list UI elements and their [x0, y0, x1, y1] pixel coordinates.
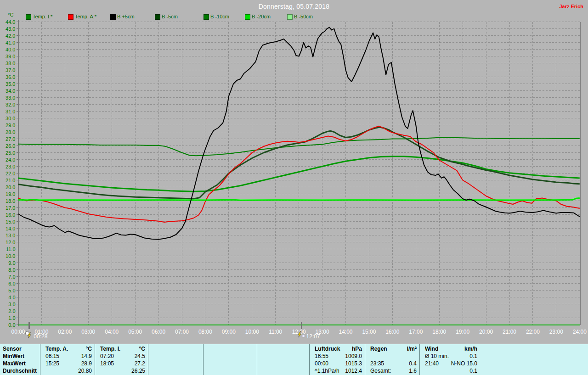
table-column-divider [203, 344, 204, 375]
y-tick-label: 38.0 [6, 61, 15, 66]
y-tick-label: 33.0 [6, 95, 15, 101]
y-tick-label: 21.0 [6, 178, 15, 183]
table-col-unit: °C [43, 346, 92, 353]
x-tick-label: 18:00 [432, 329, 446, 335]
y-tick-label: 40.0 [6, 47, 15, 52]
y-tick-label: 2.0 [8, 308, 15, 314]
x-tick-label: 17:00 [409, 329, 423, 335]
y-tick-label: 43.0 [6, 26, 15, 32]
x-tick-label: 21:00 [503, 329, 516, 335]
table-column-divider [365, 344, 365, 375]
table-cell-value: 14.9 [43, 353, 92, 360]
y-tick-label: 17.0 [6, 205, 15, 211]
x-tick-label: 07:00 [175, 329, 189, 335]
y-tick-label: 20.0 [6, 185, 15, 190]
event-time-label: 12:07 [306, 333, 320, 340]
table-cell-value: 1.6 [368, 368, 417, 375]
y-tick-label: 10.0 [6, 253, 15, 259]
y-tick-label: 5.0 [8, 288, 15, 293]
y-tick-label: 26.0 [6, 143, 15, 149]
y-tick-label: 11.0 [6, 246, 16, 252]
x-tick-label: 11:00 [269, 329, 282, 335]
table-column-divider [419, 344, 420, 375]
x-tick-label: 15:00 [362, 329, 376, 335]
y-tick-label: 23.0 [6, 164, 15, 169]
table-cell-value: 26.25 [97, 368, 145, 375]
y-tick-label: 42.0 [6, 33, 15, 39]
y-tick-label: 18.0 [6, 198, 15, 204]
series-line-temp-i [18, 138, 580, 156]
y-tick-label: 32.0 [6, 102, 15, 107]
y-tick-label: 28.0 [6, 129, 15, 135]
x-tick-label: 14:00 [339, 329, 353, 335]
x-tick-label: 09:00 [222, 329, 236, 335]
y-tick-label: 19.0 [6, 191, 15, 197]
x-tick-label: 23:00 [549, 329, 563, 335]
x-tick-label: 10:00 [245, 329, 259, 335]
y-tick-label: 41.0 [6, 40, 15, 45]
x-tick-label: 03:00 [81, 329, 95, 335]
moon-lightning-icon [25, 331, 31, 338]
y-tick-label: 6.0 [8, 281, 15, 286]
y-tick-label: 3.0 [8, 302, 15, 307]
y-tick-label: 37.0 [6, 67, 15, 73]
table-cell-value: 0.1 [422, 353, 477, 360]
y-tick-label: 9.0 [8, 260, 15, 266]
y-tick-label: 27.0 [6, 136, 15, 142]
x-tick-label: 16:00 [385, 329, 399, 335]
y-tick-label: 44.0 [6, 19, 15, 25]
y-tick-label: 15.0 [6, 219, 15, 224]
x-tick-label: 08:00 [198, 329, 212, 335]
y-tick-label: 35.0 [6, 81, 15, 87]
table-col-unit: l/m² [368, 346, 417, 353]
y-tick-label: 30.0 [6, 116, 15, 121]
x-tick-label: 06:00 [152, 329, 165, 335]
table-col-unit: °C [97, 346, 145, 353]
table-col-unit: hPa [312, 346, 362, 353]
y-tick-label: 7.0 [8, 274, 15, 280]
y-tick-label: 24.0 [6, 157, 15, 162]
table-column-divider [148, 344, 148, 375]
y-tick-label: 0.0 [8, 322, 15, 328]
y-tick-label: 22.0 [6, 171, 15, 176]
table-cell-value: 1009.0 [312, 353, 362, 360]
x-tick-label: 20:00 [479, 329, 493, 335]
x-tick-label: 24:00 [573, 329, 587, 335]
y-tick-label: 25.0 [6, 150, 15, 156]
y-tick-label: 8.0 [8, 267, 15, 273]
y-tick-label: 16.0 [6, 212, 15, 218]
temperature-chart: 0.01.02.03.04.05.06.07.08.09.010.011.012… [0, 0, 588, 343]
table-row-label: MinWert [3, 353, 39, 360]
x-tick-label: 04:00 [105, 329, 119, 335]
x-tick-label: 02:00 [58, 329, 72, 335]
table-cell-value: N-NO 15.0 [422, 360, 477, 367]
y-tick-label: 14.0 [6, 226, 15, 231]
x-tick-label: 00:00 [11, 329, 25, 335]
y-tick-label: 4.0 [8, 295, 15, 300]
x-tick-label: 05:00 [128, 329, 142, 335]
table-cell-value: 1015.3 [312, 360, 362, 367]
y-tick-label: 13.0 [6, 233, 15, 238]
table-column-divider [40, 344, 40, 375]
table-cell-value: 1012.4 [312, 368, 362, 375]
table-cell-value: 24.5 [97, 353, 145, 360]
y-tick-label: 12.0 [6, 240, 15, 245]
table-col-unit: km/h [422, 346, 477, 353]
y-tick-label: 34.0 [6, 88, 15, 94]
table-column-divider [257, 344, 257, 375]
table-cell-value: 20.80 [43, 368, 92, 375]
y-tick-label: 36.0 [6, 74, 15, 80]
y-tick-label: 39.0 [6, 54, 15, 59]
y-tick-label: 29.0 [6, 123, 15, 128]
table-row-label: Sensor [3, 346, 39, 353]
table-cell-value: 27.2 [97, 360, 145, 367]
table-row-label: MaxWert [3, 360, 39, 367]
y-tick-label: 1.0 [8, 315, 15, 321]
table-column-divider [309, 344, 310, 375]
x-tick-label: 19:00 [456, 329, 469, 335]
stats-table: SensorMinWertMaxWertDurchschnittTemp. A.… [0, 344, 588, 375]
x-tick-label: 22:00 [526, 329, 540, 335]
table-cell-value: 28.9 [43, 360, 92, 367]
event-time-label: 00:28 [34, 333, 47, 340]
table-cell-value: 0.1 [422, 368, 477, 375]
